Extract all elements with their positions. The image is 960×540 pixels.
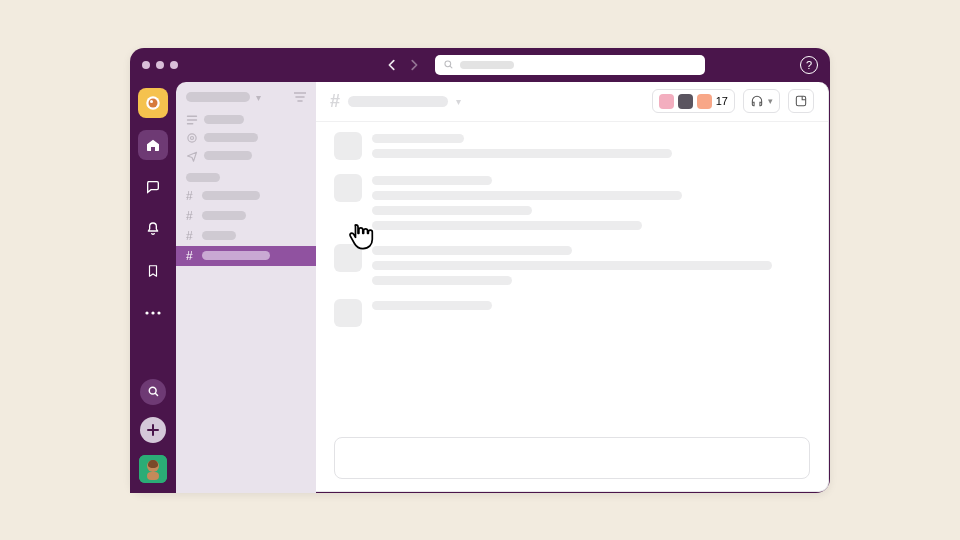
message-text-line xyxy=(372,301,492,310)
thread-icon xyxy=(186,114,198,126)
svg-point-6 xyxy=(151,311,154,314)
members-button[interactable]: 17 xyxy=(652,89,735,113)
hash-icon: # xyxy=(330,91,340,112)
chat-icon xyxy=(145,179,161,195)
message[interactable] xyxy=(334,174,810,230)
help-button[interactable]: ? xyxy=(800,56,818,74)
mention-icon xyxy=(186,132,198,144)
close-dot[interactable] xyxy=(142,61,150,69)
huddle-button[interactable]: ▾ xyxy=(743,89,780,113)
window-controls[interactable] xyxy=(142,61,178,69)
canvas-icon xyxy=(794,94,808,108)
search-placeholder xyxy=(460,61,514,69)
sidebar-item-threads[interactable] xyxy=(176,111,316,129)
message[interactable] xyxy=(334,299,810,327)
titlebar: ? xyxy=(130,48,830,82)
search-icon xyxy=(443,59,454,70)
message[interactable] xyxy=(334,132,810,160)
bookmark-icon xyxy=(146,263,160,279)
svg-line-9 xyxy=(155,393,157,395)
sidebar-item-drafts[interactable] xyxy=(176,147,316,165)
zoom-dot[interactable] xyxy=(170,61,178,69)
channel-item[interactable] xyxy=(176,206,316,226)
history-back-button[interactable] xyxy=(383,56,401,74)
sidebar-section-channels[interactable] xyxy=(186,173,220,182)
nav-home[interactable] xyxy=(138,130,168,160)
sidebar-item-mentions[interactable] xyxy=(176,129,316,147)
svg-point-14 xyxy=(188,133,196,141)
workspace-name[interactable]: ▾ xyxy=(176,90,316,111)
more-icon xyxy=(145,311,161,315)
pointer-cursor-icon xyxy=(344,218,378,252)
message-list[interactable] xyxy=(316,122,828,431)
filter-icon[interactable] xyxy=(294,92,306,102)
rail-search-button[interactable] xyxy=(140,379,166,405)
member-avatar xyxy=(678,94,693,109)
channel-item[interactable] xyxy=(176,186,316,206)
member-avatar xyxy=(659,94,674,109)
message-avatar[interactable] xyxy=(334,174,362,202)
home-icon xyxy=(145,137,161,153)
search-input[interactable] xyxy=(435,55,705,75)
nav-dms[interactable] xyxy=(138,172,168,202)
message-text-line xyxy=(372,276,512,285)
svg-point-7 xyxy=(157,311,160,314)
message-text-line xyxy=(372,191,682,200)
svg-rect-13 xyxy=(147,472,159,480)
minimize-dot[interactable] xyxy=(156,61,164,69)
message-avatar[interactable] xyxy=(334,299,362,327)
channel-sidebar: ▾ xyxy=(176,82,316,493)
message[interactable] xyxy=(334,244,810,285)
member-avatar xyxy=(697,94,712,109)
message-avatar[interactable] xyxy=(334,132,362,160)
svg-point-3 xyxy=(149,98,158,107)
plus-icon xyxy=(147,424,159,436)
message-text-line xyxy=(372,221,642,230)
message-text-line xyxy=(372,246,572,255)
workspace-switcher[interactable] xyxy=(138,88,168,118)
bell-icon xyxy=(145,221,161,237)
svg-rect-16 xyxy=(796,96,805,105)
send-icon xyxy=(186,150,198,162)
member-count: 17 xyxy=(716,95,728,107)
search-icon xyxy=(147,385,160,398)
workspace-rail xyxy=(130,82,176,493)
conversation-pane: # ▾ 17 ▾ xyxy=(316,82,829,492)
nav-bookmarks[interactable] xyxy=(138,256,168,286)
message-text-line xyxy=(372,149,672,158)
compose-button[interactable] xyxy=(140,417,166,443)
chevron-down-icon: ▾ xyxy=(456,96,461,107)
svg-point-5 xyxy=(145,311,148,314)
message-text-line xyxy=(372,176,492,185)
nav-activity[interactable] xyxy=(138,214,168,244)
channel-item[interactable] xyxy=(176,226,316,246)
canvas-button[interactable] xyxy=(788,89,814,113)
user-avatar[interactable] xyxy=(139,455,167,483)
chevron-down-icon: ▾ xyxy=(256,92,261,103)
chevron-down-icon: ▾ xyxy=(768,96,773,106)
message-text-line xyxy=(372,261,772,270)
channel-header: # ▾ 17 ▾ xyxy=(316,82,828,122)
svg-line-1 xyxy=(450,66,452,68)
history-forward-button[interactable] xyxy=(405,56,423,74)
message-composer[interactable] xyxy=(334,437,810,479)
message-text-line xyxy=(372,134,464,143)
svg-point-15 xyxy=(191,136,194,139)
headphones-icon xyxy=(750,94,764,108)
message-text-line xyxy=(372,206,532,215)
channel-item-active[interactable] xyxy=(176,246,316,266)
nav-more[interactable] xyxy=(138,298,168,328)
channel-name[interactable] xyxy=(348,96,448,107)
svg-point-4 xyxy=(150,100,153,103)
app-window: ? xyxy=(130,48,830,493)
